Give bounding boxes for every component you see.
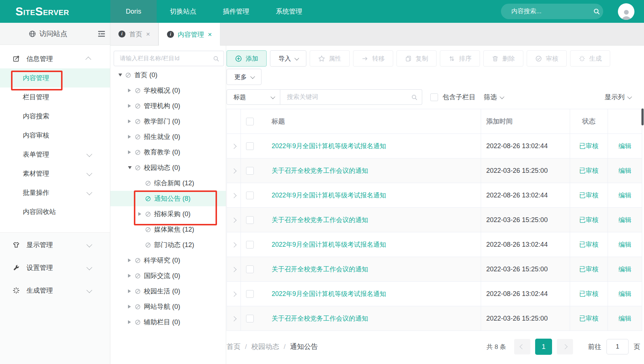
tree-item-admissions[interactable]: 招生就业 (0) [110, 129, 226, 144]
select-all-checkbox[interactable] [246, 118, 254, 125]
row-checkbox[interactable] [246, 241, 254, 249]
search-icon[interactable] [593, 8, 600, 15]
nav-item-plugins[interactable]: 插件管理 [210, 0, 263, 23]
row-checkbox[interactable] [246, 142, 254, 150]
collapse-arrow-icon[interactable] [118, 74, 124, 76]
tree-item-school-overview[interactable]: 学校概况 (0) [110, 83, 226, 98]
sidebar-item-batch-operations[interactable]: 批量操作 [0, 183, 110, 202]
sidebar-item-content-search[interactable]: 内容搜索 [0, 107, 110, 126]
row-checkbox[interactable] [246, 192, 254, 199]
expand-arrow-icon[interactable] [128, 135, 134, 139]
tree-search-input[interactable] [119, 55, 213, 62]
content-title-link[interactable]: 2022年9月全国计算机等级考试报名通知 [272, 142, 386, 150]
sidebar-item-settings-management[interactable]: 设置管理 [0, 256, 110, 279]
sidebar-item-material-management[interactable]: 素材管理 [0, 164, 110, 183]
attribute-button[interactable]: 属性 [310, 50, 350, 67]
visit-site-label[interactable]: 访问站点 [39, 29, 67, 39]
row-expand-icon[interactable] [231, 217, 236, 222]
tree-item-home[interactable]: 首页 (0) [110, 67, 226, 83]
search-icon[interactable] [213, 56, 219, 62]
collapse-arrow-icon[interactable] [128, 166, 134, 169]
row-expand-icon[interactable] [231, 193, 236, 198]
siteserver-logo[interactable]: SITESERVER [0, 0, 110, 23]
sidebar-item-content-management[interactable]: 内容管理 [0, 68, 110, 88]
row-expand-icon[interactable] [231, 143, 236, 149]
keyword-input[interactable] [286, 93, 411, 101]
expand-arrow-icon[interactable] [128, 150, 134, 154]
copy-button[interactable]: 复制 [396, 50, 437, 67]
edit-link[interactable]: 编辑 [619, 192, 631, 199]
search-field-select[interactable]: 标题 [227, 89, 280, 105]
expand-arrow-icon[interactable] [128, 258, 134, 262]
tree-item-general-news[interactable]: 综合新闻 (12) [110, 175, 226, 191]
add-button[interactable]: 添加 [227, 50, 267, 67]
sidebar-item-generate-management[interactable]: 生成管理 [0, 279, 110, 302]
row-expand-icon[interactable] [231, 316, 236, 321]
sidebar-item-channel-management[interactable]: 栏目管理 [0, 88, 110, 107]
row-checkbox[interactable] [246, 265, 254, 273]
review-button[interactable]: 审核 [527, 50, 567, 67]
content-title-link[interactable]: 2022年9月全国计算机等级考试报名通知 [272, 192, 386, 199]
more-button[interactable]: 更多 [227, 69, 261, 85]
row-checkbox[interactable] [246, 167, 254, 175]
edit-link[interactable]: 编辑 [619, 290, 631, 297]
expand-arrow-icon[interactable] [128, 305, 134, 308]
row-expand-icon[interactable] [231, 291, 236, 296]
transfer-button[interactable]: 转移 [353, 50, 393, 67]
user-avatar[interactable] [618, 3, 634, 20]
sidebar-item-display-management[interactable]: 显示管理 [0, 233, 110, 256]
next-page-button[interactable] [557, 339, 573, 354]
edit-link[interactable]: 编辑 [619, 241, 631, 248]
tree-item-education[interactable]: 教育教学 (0) [110, 144, 226, 160]
nav-item-switch-site[interactable]: 切换站点 [157, 0, 210, 23]
edit-link[interactable]: 编辑 [619, 142, 631, 150]
expand-arrow-icon[interactable] [128, 289, 134, 293]
close-icon[interactable]: × [208, 31, 212, 39]
edit-link[interactable]: 编辑 [619, 315, 631, 322]
tab-home[interactable]: 首页 × [110, 23, 159, 45]
breadcrumb-campus-news[interactable]: 校园动态 [251, 342, 279, 351]
nav-item-system[interactable]: 系统管理 [263, 0, 316, 23]
nav-item-doris[interactable]: Doris [110, 0, 157, 23]
tree-item-research[interactable]: 科学研究 (0) [110, 253, 226, 268]
delete-button[interactable]: 删除 [483, 50, 523, 67]
content-title-link[interactable]: 2022年9月全国计算机等级考试报名通知 [272, 241, 386, 248]
content-title-link[interactable]: 关于召开全校党务工作会议的通知 [272, 216, 369, 224]
content-title-link[interactable]: 关于召开全校党务工作会议的通知 [272, 315, 369, 322]
edit-link[interactable]: 编辑 [619, 216, 631, 224]
tab-content-management[interactable]: 内容管理 × [159, 23, 220, 46]
checkbox[interactable] [430, 93, 438, 101]
row-expand-icon[interactable] [231, 267, 236, 272]
edit-link[interactable]: 编辑 [619, 167, 631, 174]
content-title-link[interactable]: 关于召开全校党务工作会议的通知 [272, 265, 369, 273]
row-expand-icon[interactable] [231, 168, 236, 173]
tree-item-site-nav[interactable]: 网站导航 (0) [110, 299, 226, 314]
prev-page-button[interactable] [514, 339, 530, 354]
row-checkbox[interactable] [246, 315, 254, 322]
filter-dropdown[interactable]: 筛选 [484, 93, 503, 101]
include-subchannels-checkbox[interactable]: 包含子栏目 [430, 93, 476, 101]
tree-item-bidding[interactable]: 招标采购 (0) [110, 206, 226, 222]
tree-item-aux-channel[interactable]: 辅助栏目 (0) [110, 314, 226, 330]
tree-item-international[interactable]: 国际交流 (0) [110, 268, 226, 283]
header-search-input[interactable] [510, 7, 593, 15]
expand-arrow-icon[interactable] [128, 104, 134, 108]
columns-dropdown[interactable]: 显示列 [605, 93, 631, 101]
tree-item-dept-news[interactable]: 部门动态 (12) [110, 237, 226, 253]
sidebar-item-recycle-bin[interactable]: 内容回收站 [0, 202, 110, 221]
tree-item-teaching-dept[interactable]: 教学部门 (0) [110, 114, 226, 129]
sidebar-item-form-management[interactable]: 表单管理 [0, 145, 110, 164]
row-checkbox[interactable] [246, 290, 254, 298]
search-icon[interactable] [411, 94, 417, 100]
sidebar-item-content-review[interactable]: 内容审核 [0, 126, 110, 145]
expand-arrow-icon[interactable] [128, 320, 134, 324]
scrollbar-thumb[interactable] [641, 108, 644, 125]
row-expand-icon[interactable] [231, 242, 236, 247]
tree-item-media-focus[interactable]: 媒体聚焦 (12) [110, 222, 226, 237]
edit-link[interactable]: 编辑 [619, 265, 631, 273]
import-button[interactable]: 导入 [270, 50, 306, 67]
expand-arrow-icon[interactable] [128, 89, 134, 92]
breadcrumb-home[interactable]: 首页 [227, 342, 241, 351]
expand-arrow-icon[interactable] [138, 212, 144, 216]
close-icon[interactable]: × [146, 30, 150, 38]
